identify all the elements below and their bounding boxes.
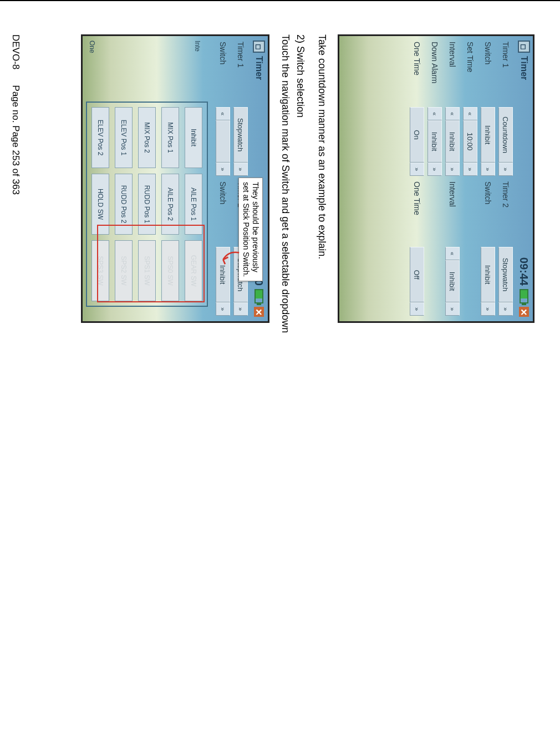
value-selector: Countdown» — [498, 107, 513, 176]
value-readout: Inhibit — [427, 120, 442, 163]
nav-prev-icon[interactable]: « — [445, 247, 460, 260]
switch-option[interactable]: GEAR SW — [185, 240, 202, 301]
timer-settings-screenshot-1: ◻ Timer 09:44 ✕ Timer 1Countdown»Timer 2… — [338, 34, 534, 323]
nav-next-icon[interactable]: » — [498, 163, 513, 176]
titlebar: ◻ Timer 09:44 ✕ — [515, 36, 533, 321]
nav-next-icon[interactable]: » — [445, 302, 460, 316]
field-label: Switch — [483, 42, 492, 102]
nav-next-icon[interactable]: » — [410, 163, 424, 176]
value-readout: Stopwatch — [233, 107, 248, 163]
close-icon[interactable]: ◻ — [253, 41, 265, 53]
nav-prev-icon[interactable]: « — [427, 107, 442, 120]
field-label: Set Time — [466, 42, 475, 102]
tooltip-line1: They should be previously — [251, 182, 260, 272]
field-label: Interval — [448, 42, 457, 102]
value-selector: «» — [216, 107, 230, 176]
footer-model: DEVO-8 — [10, 34, 21, 69]
field-label: Timer 1 — [501, 42, 510, 102]
switch-option[interactable]: SPS2 SW — [115, 240, 133, 301]
switch-option[interactable]: HOLD SW — [91, 174, 109, 235]
switch-option[interactable]: AILE Pos 1 — [185, 174, 202, 235]
step-label: 2) Switch selection — [294, 34, 306, 717]
nav-next-icon[interactable]: » — [481, 302, 495, 316]
switch-option[interactable]: SPS0 SW — [161, 240, 179, 301]
field-label: Interval — [448, 181, 457, 241]
switch-option[interactable]: MIX Pos 1 — [161, 107, 179, 168]
nav-prev-icon[interactable]: « — [216, 107, 230, 120]
callout-tooltip: They should be previously set at Stick P… — [238, 178, 263, 281]
value-readout: Off — [410, 247, 424, 302]
field-label: Switch — [218, 42, 227, 102]
value-readout: 10:00 — [463, 120, 477, 163]
switch-option[interactable]: ELEV Pos 2 — [91, 107, 109, 168]
nav-prev-icon[interactable]: « — [445, 107, 460, 120]
nav-next-icon[interactable]: » — [233, 163, 248, 176]
switch-option[interactable]: SPS1 SW — [138, 240, 156, 301]
value-readout[interactable] — [216, 120, 230, 163]
field-label: Timer 2 — [501, 181, 510, 241]
tooltip-line2: set at Stick Position Switch. — [242, 182, 251, 277]
field-label: One Time — [413, 42, 421, 102]
exit-icon[interactable]: ✕ — [254, 307, 264, 317]
switch-option[interactable]: Inhibit — [185, 107, 202, 168]
battery-icon — [520, 289, 528, 303]
switch-dropdown-panel: InhibitAILE Pos 1GEAR SWMIX Pos 1AILE Po… — [86, 102, 208, 307]
value-selector: On» — [410, 107, 424, 176]
value-selector: Stopwatch» — [498, 247, 513, 316]
screen-title: Timer — [519, 56, 529, 80]
nav-next-icon[interactable]: » — [498, 302, 513, 316]
footer-page-num: Page no. Page 253 of 363 — [10, 85, 21, 195]
nav-next-icon[interactable]: » — [463, 163, 477, 176]
value-readout: Inhibit — [481, 107, 495, 163]
switch-option[interactable]: RUDD Pos 2 — [115, 174, 133, 235]
value-selector: Inhibit» — [216, 247, 230, 316]
nav-next-icon[interactable]: » — [233, 302, 248, 316]
value-selector: «Inhibit» — [445, 107, 460, 176]
value-readout: On — [410, 107, 424, 163]
value-readout: Inhibit — [445, 260, 460, 302]
field-label: Timer 1 — [236, 42, 245, 102]
value-selector: Inhibit» — [481, 107, 495, 176]
value-readout: Countdown — [498, 107, 513, 163]
step-text: Touch the navigation mark of Switch and … — [279, 34, 291, 717]
nav-next-icon[interactable]: » — [445, 163, 460, 176]
nav-next-icon[interactable]: » — [427, 163, 442, 176]
nav-next-icon[interactable]: » — [410, 302, 424, 316]
value-selector: Off» — [410, 247, 424, 316]
nav-next-icon[interactable]: » — [216, 163, 230, 176]
caption-countdown-manner: Take countdown manner as an example to e… — [316, 34, 328, 717]
switch-dropdown-screenshot: ◻ Timer 09:30 ✕ They should be previousl… — [81, 34, 269, 323]
field-label: One Time — [413, 181, 421, 241]
switch-option[interactable]: ELEV Pos 1 — [115, 107, 133, 168]
clock: 09:44 — [518, 257, 531, 286]
value-selector: «10:00» — [463, 107, 477, 176]
close-icon[interactable]: ◻ — [518, 41, 530, 53]
field-label: Down Alarm — [430, 42, 439, 102]
value-readout: Stopwatch — [498, 247, 513, 302]
obscured-left-labels: Inte One — [88, 41, 201, 68]
exit-icon[interactable]: ✕ — [519, 307, 529, 317]
battery-icon — [254, 289, 263, 303]
value-selector: «Inhibit» — [445, 247, 460, 316]
side-label-top: Inte — [194, 41, 201, 68]
field-label: Switch — [483, 181, 492, 241]
nav-next-icon[interactable]: » — [481, 163, 495, 176]
nav-prev-icon[interactable]: « — [463, 107, 477, 120]
switch-option[interactable]: SPS3 SW — [91, 240, 109, 301]
side-label-bottom: One — [88, 41, 96, 68]
value-readout: Inhibit — [216, 247, 230, 302]
switch-option[interactable]: MIX Pos 2 — [138, 107, 156, 168]
switch-option[interactable]: RUDD Pos 1 — [138, 174, 156, 235]
screen-title: Timer — [254, 56, 264, 80]
page-footer: DEVO-8 Page no. Page 253 of 363 — [10, 34, 21, 717]
value-selector: Inhibit» — [481, 247, 495, 316]
field-label: Switch — [218, 181, 227, 241]
value-selector: Stopwatch» — [233, 107, 248, 176]
value-selector: «Inhibit» — [427, 107, 442, 176]
value-readout: Inhibit — [445, 120, 460, 163]
nav-next-icon[interactable]: » — [216, 302, 230, 316]
value-readout: Inhibit — [481, 247, 495, 302]
switch-option[interactable]: AILE Pos 2 — [161, 174, 179, 235]
